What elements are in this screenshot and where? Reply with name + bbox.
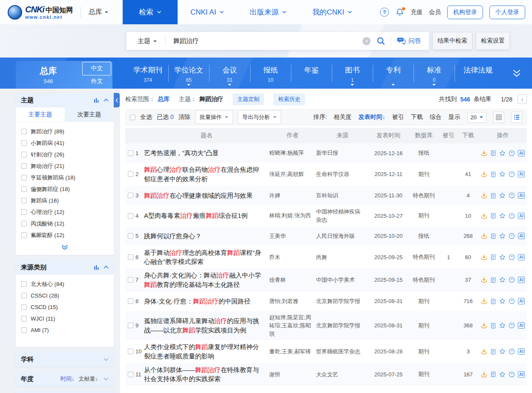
search-input[interactable] (166, 38, 362, 45)
menu-item[interactable]: 出版来源 (237, 0, 299, 24)
html-read-icon[interactable] (490, 298, 496, 304)
theme-panel-header[interactable]: 主题 (16, 93, 114, 107)
ai-assistant-icon[interactable]: AI (518, 371, 525, 378)
theme-filter-item[interactable]: 偏侧舞蹈症 (18) (21, 183, 108, 195)
tab-primary-theme[interactable]: 主要主题 (16, 107, 65, 121)
favorite-star-icon[interactable] (499, 254, 506, 260)
result-authors[interactable]: 林晴;利婧;张为西 (269, 211, 316, 220)
html-read-icon[interactable] (490, 371, 496, 377)
source-filter-item[interactable]: AMI (7) (21, 324, 108, 336)
result-authors[interactable]: 徐青林 (269, 276, 316, 284)
select-all-checkbox[interactable] (130, 115, 135, 120)
favorite-star-icon[interactable] (499, 277, 506, 283)
col-title[interactable]: 题名 (144, 132, 269, 139)
citation-quote-icon[interactable]: ” (509, 213, 515, 219)
filter-checkbox[interactable] (21, 281, 27, 287)
theme-filter-item[interactable]: 丙戊酸钠 (12) (21, 218, 108, 229)
result-cited-count[interactable]: 1 (440, 254, 457, 260)
sort-option[interactable]: 相关度 (334, 113, 352, 121)
clear-search-icon[interactable]: × (362, 37, 371, 45)
html-read-icon[interactable] (490, 323, 496, 329)
ai-assistant-icon[interactable]: AI (518, 171, 525, 177)
list-view-button[interactable] (511, 112, 522, 123)
source-filter-item[interactable]: CSCD (15) (21, 301, 108, 313)
source-filter-item[interactable]: WJCI (11) (21, 313, 108, 324)
ai-assistant-icon[interactable]: AI (518, 298, 525, 304)
chevron-down-icon[interactable] (104, 358, 109, 361)
citation-quote-icon[interactable]: ” (509, 192, 515, 199)
row-checkbox[interactable] (128, 193, 133, 198)
download-icon[interactable] (481, 298, 487, 304)
tab-secondary-theme[interactable]: 次要主题 (65, 107, 114, 121)
year-sort-by-time[interactable]: 时间↓ (60, 375, 75, 383)
theme-filter-item[interactable]: 舞蹈病 (16) (21, 195, 108, 206)
chevron-up-icon[interactable] (104, 98, 109, 102)
dbbar-category[interactable]: 年鉴 (291, 62, 332, 89)
result-authors[interactable]: 王美华 (269, 232, 316, 240)
sort-option[interactable]: 发表时间↓ (359, 113, 385, 121)
theme-filter-item[interactable]: 心理治疗 (12) (21, 206, 108, 218)
notification-bell-icon[interactable] (395, 8, 404, 17)
theme-filter-item[interactable]: 舞动治疗 (21) (21, 160, 108, 172)
html-read-icon[interactable] (490, 150, 496, 156)
row-checkbox[interactable] (128, 233, 133, 239)
filter-checkbox[interactable] (21, 175, 27, 180)
row-checkbox[interactable] (128, 150, 133, 156)
grid-view-button[interactable] (493, 112, 504, 123)
download-icon[interactable] (481, 233, 487, 239)
search-icon[interactable] (376, 36, 385, 46)
result-source-link[interactable]: 尚舞 (316, 253, 369, 262)
dbbar-category[interactable]: 图书1 (332, 62, 373, 89)
result-source-link[interactable]: 北京舞蹈学院学报 (316, 297, 369, 306)
library-switcher[interactable]: 总库 (89, 8, 108, 17)
download-icon[interactable] (481, 348, 487, 355)
html-read-icon[interactable] (490, 171, 496, 177)
bar-chart-icon[interactable] (94, 264, 100, 270)
filter-checkbox[interactable] (21, 163, 27, 169)
row-checkbox[interactable] (128, 323, 133, 328)
result-authors[interactable]: 赵知博;陈棐宣;周祐瑄;王嘉欣;陈昭琪 (269, 313, 316, 338)
citation-quote-icon[interactable]: ” (509, 298, 515, 304)
row-checkbox[interactable] (128, 171, 133, 177)
download-icon[interactable] (481, 322, 487, 329)
favorite-star-icon[interactable] (499, 171, 506, 177)
download-icon[interactable] (481, 254, 487, 260)
qa-button[interactable]: 问答 (391, 37, 429, 45)
citation-quote-icon[interactable]: ” (509, 322, 515, 329)
export-analyze-button[interactable]: 导出与分析 (238, 110, 281, 124)
expand-more-themes-icon[interactable] (16, 242, 114, 255)
citation-quote-icon[interactable]: ” (509, 150, 515, 156)
favorite-star-icon[interactable] (499, 348, 506, 355)
favorite-star-icon[interactable] (499, 192, 506, 199)
chevron-down-icon[interactable] (104, 377, 109, 381)
result-title-link[interactable]: 孤独症谱系障碍儿童舞动治疗的应用与挑战——以北京舞蹈学院实践项目为例 (144, 316, 269, 335)
result-title-link[interactable]: 身心共舞·文化润心：舞动治疗融入中小学舞蹈教育的理论基础与本土化路径 (144, 271, 269, 289)
row-checkbox[interactable] (128, 277, 133, 283)
chevron-up-icon[interactable] (104, 266, 109, 269)
source-filter-item[interactable]: 北大核心 (84) (21, 278, 108, 290)
citation-quote-icon[interactable]: ” (509, 371, 515, 378)
filter-checkbox[interactable] (21, 232, 27, 238)
theme-filter-item[interactable]: 亨廷顿舞蹈病 (18) (21, 172, 108, 183)
result-title-link[interactable]: 基于舞动治疗理念的高校体育舞蹈课程“身心融合”教学模式探索 (144, 248, 269, 267)
col-source[interactable]: 来源 (316, 132, 369, 139)
result-title-link[interactable]: 舞蹈治疗在心理健康领域的应用与效果 (144, 191, 269, 200)
download-icon[interactable] (481, 171, 487, 177)
row-checkbox[interactable] (128, 372, 133, 377)
select-all-label[interactable]: 全选 (140, 113, 152, 121)
html-read-icon[interactable] (490, 193, 496, 199)
result-authors[interactable]: 唐怡;刘若雅 (269, 297, 316, 306)
result-authors[interactable]: 谢恒 (269, 370, 316, 379)
search-history-chip[interactable]: 检索历史 (273, 93, 305, 105)
result-authors[interactable]: 董乾;王美;郝军锋 (269, 347, 316, 356)
result-title-link[interactable]: 人类作业模式下的舞蹈康复护理对精神分裂症患者睡眠质量的影响 (144, 342, 269, 361)
ai-assistant-icon[interactable]: AI (518, 322, 525, 329)
source-filter-item[interactable]: CSSCI (28) (21, 290, 108, 301)
html-read-icon[interactable] (490, 349, 496, 355)
row-checkbox[interactable] (128, 254, 133, 260)
result-title-link[interactable]: 艺考热退潮，“真功夫”凸显 (144, 148, 269, 158)
ai-assistant-icon[interactable]: AI (518, 150, 525, 156)
download-icon[interactable] (481, 277, 487, 283)
theme-filter-item[interactable]: 氟哌啶醇 (12) (21, 229, 108, 241)
dbbar-category[interactable]: 会议31 (209, 62, 250, 89)
